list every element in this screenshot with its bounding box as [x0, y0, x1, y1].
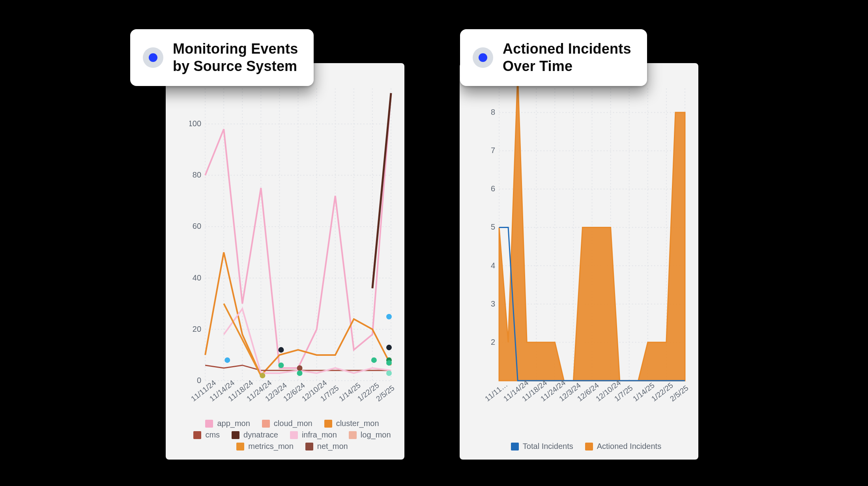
- svg-point-33: [386, 360, 392, 366]
- chart-card-monitoring: 0 20 40 60 80 100: [166, 63, 404, 460]
- svg-point-28: [297, 370, 303, 376]
- svg-text:5: 5: [491, 223, 495, 232]
- svg-point-27: [297, 365, 303, 371]
- status-dot-icon: [143, 47, 163, 68]
- legend-item-dynatrace[interactable]: dynatrace: [232, 430, 278, 439]
- monitoring-svg: 0 20 40 60 80 100: [189, 73, 395, 389]
- svg-text:20: 20: [193, 325, 201, 333]
- svg-text:7: 7: [491, 146, 495, 155]
- legend-item-log_mon[interactable]: log_mon: [349, 430, 391, 439]
- legend-item-cluster_mon[interactable]: cluster_mon: [324, 419, 379, 428]
- legend-item-app_mon[interactable]: app_mon: [205, 419, 250, 428]
- y-axis-ticks: 0 20 40 60 80 100: [189, 119, 201, 385]
- status-dot-icon: [473, 47, 493, 68]
- legend-item-cms[interactable]: cms: [193, 430, 220, 439]
- legend-item-actioned-incidents[interactable]: Actioned Incidents: [585, 442, 661, 451]
- legend-item-total-incidents[interactable]: Total Incidents: [511, 442, 573, 451]
- incidents-svg: 2 3 4 5 6 7 8: [483, 73, 689, 389]
- svg-point-25: [278, 347, 284, 353]
- y-axis-ticks: 2 3 4 5 6 7 8: [491, 108, 495, 346]
- svg-text:2: 2: [491, 338, 495, 346]
- svg-text:6: 6: [491, 184, 495, 193]
- grid: [205, 88, 391, 381]
- svg-text:4: 4: [491, 261, 495, 270]
- svg-text:3: 3: [491, 299, 495, 308]
- chart-title-incidents: Actioned IncidentsOver Time: [503, 40, 631, 75]
- svg-text:60: 60: [193, 222, 201, 231]
- svg-point-30: [386, 314, 392, 320]
- chart-plot-monitoring: 0 20 40 60 80 100: [189, 73, 395, 389]
- svg-text:8: 8: [491, 108, 495, 116]
- legend-item-metrics_mon[interactable]: metrics_mon: [236, 442, 293, 451]
- svg-text:100: 100: [189, 119, 201, 128]
- chart-card-incidents: 2 3 4 5 6 7 8 11/11… 11/14/24 11/18/24 1…: [460, 63, 698, 460]
- svg-point-24: [260, 373, 265, 378]
- legend-left: app_mon cloud_mon cluster_mon cms dynatr…: [189, 419, 395, 451]
- chart-title-monitoring: Monitoring Eventsby Source System: [173, 40, 298, 75]
- legend-item-infra_mon[interactable]: infra_mon: [290, 430, 337, 439]
- x-axis-labels-left: 11/11/24 11/14/24 11/18/24 11/24/24 12/3…: [189, 396, 395, 408]
- x-axis-labels-right: 11/11… 11/14/24 11/18/24 11/24/24 12/3/2…: [483, 396, 689, 408]
- svg-point-29: [371, 357, 377, 363]
- svg-point-26: [278, 363, 284, 368]
- series-infra_mon: [224, 309, 391, 373]
- svg-text:40: 40: [193, 273, 201, 282]
- svg-text:80: 80: [193, 170, 201, 179]
- legend-item-cloud_mon[interactable]: cloud_mon: [262, 419, 312, 428]
- title-chip-incidents: Actioned IncidentsOver Time: [460, 29, 647, 86]
- svg-text:0: 0: [197, 376, 201, 385]
- legend-right: Total Incidents Actioned Incidents: [483, 442, 689, 451]
- svg-point-31: [386, 345, 392, 350]
- title-chip-monitoring: Monitoring Eventsby Source System: [130, 29, 314, 86]
- svg-point-23: [224, 357, 230, 363]
- series-dynatrace: [372, 93, 391, 288]
- legend-item-net_mon[interactable]: net_mon: [305, 442, 348, 451]
- chart-plot-incidents: 2 3 4 5 6 7 8: [483, 73, 689, 389]
- svg-point-34: [386, 370, 392, 376]
